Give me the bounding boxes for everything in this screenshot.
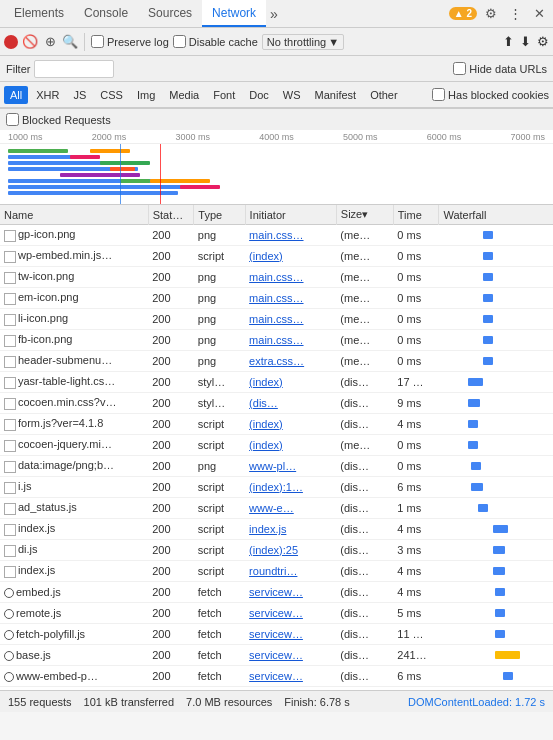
initiator-link[interactable]: servicew… [249, 607, 303, 619]
table-row[interactable]: i.js200script(index):1…(dis…6 ms [0, 477, 553, 498]
table-row[interactable]: fb-icon.png200pngmain.css…(me…0 ms [0, 330, 553, 351]
preserve-log-checkbox[interactable] [91, 35, 104, 48]
preserve-log-label[interactable]: Preserve log [91, 35, 169, 48]
initiator-link[interactable]: (index) [249, 376, 283, 388]
table-row[interactable]: data:image/png;b…200pngwww-pl…(dis…0 ms [0, 456, 553, 477]
cell-initiator[interactable]: main.css… [245, 330, 336, 351]
table-row[interactable]: gp-icon.png200pngmain.css…(me…0 ms [0, 225, 553, 246]
search-icon[interactable]: 🔍 [62, 34, 78, 50]
cell-initiator[interactable]: index.js [245, 519, 336, 540]
hide-data-urls-checkbox[interactable] [453, 62, 466, 75]
initiator-link[interactable]: www-e… [249, 502, 294, 514]
close-icon[interactable]: ✕ [529, 4, 549, 24]
initiator-link[interactable]: (index) [249, 439, 283, 451]
type-btn-manifest[interactable]: Manifest [309, 86, 363, 104]
type-btn-css[interactable]: CSS [94, 86, 129, 104]
table-row[interactable]: di.js200script(index):25(dis…3 ms [0, 540, 553, 561]
type-btn-img[interactable]: Img [131, 86, 161, 104]
initiator-link[interactable]: main.css… [249, 229, 303, 241]
type-btn-media[interactable]: Media [163, 86, 205, 104]
initiator-link[interactable]: (index) [249, 418, 283, 430]
cell-initiator[interactable]: servicew… [245, 582, 336, 603]
initiator-link[interactable]: main.css… [249, 334, 303, 346]
col-header-size[interactable]: Size▾ [336, 205, 393, 225]
record-button[interactable] [4, 35, 18, 49]
col-header-status[interactable]: Stat… [148, 205, 194, 225]
cell-initiator[interactable]: (dis… [245, 393, 336, 414]
disable-cache-label[interactable]: Disable cache [173, 35, 258, 48]
more-settings-icon[interactable]: ⚙ [537, 34, 549, 49]
cell-initiator[interactable]: (index) [245, 414, 336, 435]
upload-icon[interactable]: ⬆ [503, 34, 514, 49]
type-btn-all[interactable]: All [4, 86, 28, 104]
table-row[interactable]: tw-icon.png200pngmain.css…(me…0 ms [0, 267, 553, 288]
throttle-select[interactable]: No throttling ▼ [262, 34, 344, 50]
table-row[interactable]: www-embed-p…200fetchservicew…(dis…6 ms [0, 666, 553, 687]
table-row[interactable]: remote.js200fetchservicew…(dis…5 ms [0, 603, 553, 624]
type-btn-doc[interactable]: Doc [243, 86, 275, 104]
table-row[interactable]: base.js200fetchservicew…(dis…241… [0, 645, 553, 666]
tab-console[interactable]: Console [74, 0, 138, 27]
type-btn-font[interactable]: Font [207, 86, 241, 104]
initiator-link[interactable]: main.css… [249, 271, 303, 283]
warning-badge[interactable]: ▲ 2 [449, 7, 477, 20]
table-row[interactable]: li-icon.png200pngmain.css…(me…0 ms [0, 309, 553, 330]
initiator-link[interactable]: main.css… [249, 292, 303, 304]
has-blocked-cookies-label[interactable]: Has blocked cookies [432, 88, 549, 101]
settings-icon[interactable]: ⚙ [481, 4, 501, 24]
cell-initiator[interactable]: extra.css… [245, 351, 336, 372]
table-row[interactable]: index.js200scriptroundtri…(dis…4 ms [0, 561, 553, 582]
table-row[interactable]: wp-embed.min.js…200script(index)(me…0 ms [0, 246, 553, 267]
cell-initiator[interactable]: (index):1… [245, 477, 336, 498]
cell-initiator[interactable]: servicew… [245, 645, 336, 666]
initiator-link[interactable]: roundtri… [249, 565, 297, 577]
cell-initiator[interactable]: servicew… [245, 666, 336, 687]
filter-icon[interactable]: ⊕ [42, 34, 58, 50]
initiator-link[interactable]: servicew… [249, 586, 303, 598]
initiator-link[interactable]: (index) [249, 250, 283, 262]
cell-initiator[interactable]: (index) [245, 435, 336, 456]
tab-more[interactable]: » [266, 0, 282, 27]
initiator-link[interactable]: servicew… [249, 649, 303, 661]
type-btn-xhr[interactable]: XHR [30, 86, 65, 104]
initiator-link[interactable]: main.css… [249, 313, 303, 325]
table-row[interactable]: embed.js200fetchservicew…(dis…4 ms [0, 582, 553, 603]
clear-button[interactable]: 🚫 [22, 34, 38, 50]
cell-initiator[interactable]: roundtri… [245, 561, 336, 582]
cell-initiator[interactable]: servicew… [245, 624, 336, 645]
col-header-waterfall[interactable]: Waterfall [439, 205, 553, 225]
disable-cache-checkbox[interactable] [173, 35, 186, 48]
type-btn-other[interactable]: Other [364, 86, 404, 104]
table-row[interactable]: em-icon.png200pngmain.css…(me…0 ms [0, 288, 553, 309]
table-row[interactable]: yasr-table-light.cs…200styl…(index)(dis…… [0, 372, 553, 393]
table-row[interactable]: header-submenu…200pngextra.css…(me…0 ms [0, 351, 553, 372]
blocked-requests-checkbox[interactable] [6, 113, 19, 126]
tab-elements[interactable]: Elements [4, 0, 74, 27]
table-row[interactable]: cocoen-jquery.mi…200script(index)(me…0 m… [0, 435, 553, 456]
cell-initiator[interactable]: main.css… [245, 288, 336, 309]
initiator-link[interactable]: extra.css… [249, 355, 304, 367]
ellipsis-icon[interactable]: ⋮ [505, 4, 525, 24]
table-row[interactable]: ad_status.js200scriptwww-e…(dis…1 ms [0, 498, 553, 519]
tab-sources[interactable]: Sources [138, 0, 202, 27]
table-wrapper[interactable]: Name Stat… Type Initiator Size▾ Time Wat… [0, 205, 553, 690]
initiator-link[interactable]: (index):25 [249, 544, 298, 556]
initiator-link[interactable]: www-pl… [249, 460, 296, 472]
initiator-link[interactable]: (dis… [249, 397, 278, 409]
cell-initiator[interactable]: www-e… [245, 498, 336, 519]
cell-initiator[interactable]: main.css… [245, 309, 336, 330]
initiator-link[interactable]: servicew… [249, 670, 303, 682]
initiator-link[interactable]: servicew… [249, 628, 303, 640]
col-header-time[interactable]: Time [393, 205, 439, 225]
table-row[interactable]: index.js200scriptindex.js(dis…4 ms [0, 519, 553, 540]
cell-initiator[interactable]: www-pl… [245, 456, 336, 477]
initiator-link[interactable]: (index):1… [249, 481, 303, 493]
col-header-type[interactable]: Type [194, 205, 245, 225]
initiator-link[interactable]: index.js [249, 523, 286, 535]
has-blocked-checkbox[interactable] [432, 88, 445, 101]
cell-initiator[interactable]: (index) [245, 246, 336, 267]
table-row[interactable]: fetch-polyfill.js200fetchservicew…(dis…1… [0, 624, 553, 645]
type-btn-ws[interactable]: WS [277, 86, 307, 104]
type-btn-js[interactable]: JS [67, 86, 92, 104]
table-row[interactable]: form.js?ver=4.1.8200script(index)(dis…4 … [0, 414, 553, 435]
